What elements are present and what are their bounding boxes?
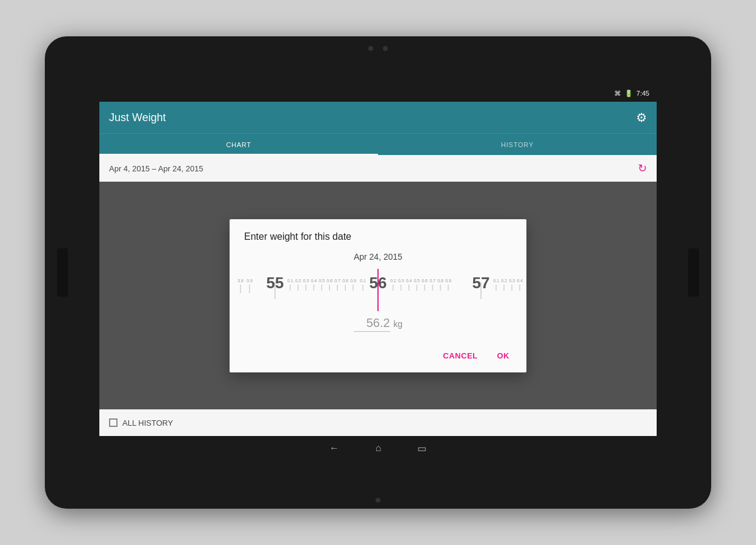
svg-text:0.1: 0.1 [493,279,499,283]
svg-text:0.7: 0.7 [334,279,340,283]
svg-text:0.3: 0.3 [398,279,404,283]
svg-text:0.3: 0.3 [303,279,309,283]
svg-text:0.4: 0.4 [311,279,317,283]
svg-text:0.8: 0.8 [437,279,443,283]
svg-text:0.6: 0.6 [422,279,428,283]
svg-text:0.3: 0.3 [509,279,515,283]
date-range-text: Apr 4, 2015 – Apr 24, 2015 [109,164,638,173]
dialog-title: Enter weight for this date [230,219,526,249]
svg-text:0.5: 0.5 [414,279,420,283]
status-icons: ⌘ 🔋 7:45 [614,90,649,97]
all-history-checkbox[interactable] [109,418,118,427]
cancel-button[interactable]: CANCEL [436,346,485,365]
tablet-device: ⌘ 🔋 7:45 Just Weight ⚙ CHART HISTORY [45,36,711,509]
svg-text:0.4: 0.4 [406,279,412,283]
back-nav-icon[interactable]: ← [330,443,339,454]
bottom-bar: ALL HISTORY [99,409,657,436]
svg-text:0.5: 0.5 [319,279,325,283]
svg-text:0.8: 0.8 [342,279,348,283]
svg-text:0.9: 0.9 [445,279,451,283]
weight-dialog: Enter weight for this date Apr 24, 2015 … [230,219,526,372]
all-history-label: ALL HISTORY [122,418,173,428]
camera-dot [383,46,388,51]
camera-area [368,46,388,51]
tab-bar: CHART HISTORY [99,133,657,155]
svg-text:0.9: 0.9 [350,279,356,283]
ruler-area[interactable]: 3.8 0.9 55 0.1 0.2 0.3 0.4 0.5 0.6 [230,269,526,311]
svg-text:0.7: 0.7 [429,279,436,283]
camera-dot [368,46,373,51]
svg-text:0.2: 0.2 [390,279,396,283]
speaker-right [688,248,699,297]
app-title: Just Weight [109,111,636,124]
status-bar: ⌘ 🔋 7:45 [99,85,657,102]
svg-text:0.1: 0.1 [360,279,366,283]
speaker-left [57,248,68,297]
dialog-actions: CANCEL OK [230,342,526,372]
screen: ⌘ 🔋 7:45 Just Weight ⚙ CHART HISTORY [99,85,657,460]
recents-nav-icon[interactable]: ▭ [417,443,426,454]
wifi-icon: ⌘ [614,90,621,97]
svg-text:3.8: 3.8 [237,279,244,283]
home-button [376,498,380,503]
weight-unit: kg [394,319,403,329]
svg-text:0.9: 0.9 [247,279,253,283]
svg-text:0.4: 0.4 [517,279,523,283]
app-area: Just Weight ⚙ CHART HISTORY Apr 4, 2015 … [99,102,657,460]
dialog-overlay: Enter weight for this date Apr 24, 2015 … [99,182,657,409]
home-nav-icon[interactable]: ⌂ [376,443,382,454]
nav-bar: ← ⌂ ▭ [99,436,657,460]
weight-display: 56.2 kg [230,311,526,342]
top-bar: Just Weight ⚙ [99,102,657,133]
dialog-date: Apr 24, 2015 [230,249,526,269]
tab-chart[interactable]: CHART [99,134,378,155]
svg-text:0.2: 0.2 [501,279,507,283]
svg-text:0.2: 0.2 [295,279,301,283]
refresh-icon[interactable]: ↻ [638,162,647,175]
svg-text:0.6: 0.6 [327,279,333,283]
svg-text:0.1: 0.1 [287,279,293,283]
ok-button[interactable]: OK [490,346,517,365]
all-history-checkbox-label[interactable]: ALL HISTORY [109,418,173,428]
weight-value: 56.2 [354,316,390,332]
battery-icon: 🔋 [625,90,633,97]
tab-history[interactable]: HISTORY [378,134,657,155]
status-time: 7:45 [637,90,649,97]
main-content: Enter weight for this date Apr 24, 2015 … [99,182,657,409]
gear-icon[interactable]: ⚙ [636,110,647,125]
center-indicator-line [377,269,379,311]
date-range-bar: Apr 4, 2015 – Apr 24, 2015 ↻ [99,155,657,182]
